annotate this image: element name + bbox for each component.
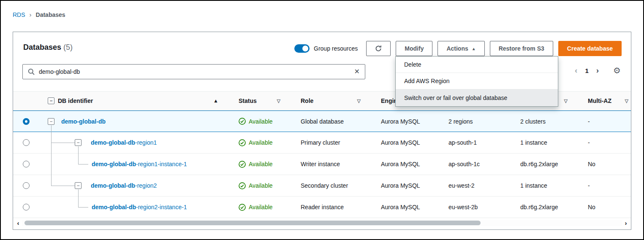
- row-radio[interactable]: [23, 139, 30, 146]
- page-title: Databases(5): [23, 43, 73, 52]
- size-cell: 2 clusters: [512, 118, 579, 125]
- page-number[interactable]: 1: [585, 67, 588, 74]
- collapse-toggle[interactable]: −: [75, 182, 82, 189]
- sort-icon[interactable]: ▽: [277, 98, 280, 104]
- tree-connector: [51, 125, 52, 132]
- role-cell: Writer instance: [292, 161, 372, 167]
- status-column-header[interactable]: Status ▽: [230, 97, 292, 104]
- menu-item-add-aws-region[interactable]: Add AWS Region: [396, 73, 558, 89]
- status-header-label: Status: [239, 97, 257, 104]
- role-cell: Secondary cluster: [292, 182, 372, 189]
- databases-panel: Databases(5) Group resources Modify Acti…: [13, 32, 631, 230]
- db-identifier-link[interactable]: demo-global-db: [61, 118, 106, 125]
- engine-cell: Aurora MySQL: [372, 204, 440, 210]
- size-cell: db.r6g.2xlarge: [512, 204, 579, 210]
- db-identifier-link[interactable]: demo-global-db-region2-instance-1: [92, 204, 187, 210]
- previous-page-icon[interactable]: ‹: [575, 66, 577, 75]
- search-icon: [28, 68, 35, 75]
- role-column-header[interactable]: Role ▽: [292, 97, 372, 104]
- actions-button[interactable]: Actions ▲: [437, 41, 484, 56]
- db-identifier-link[interactable]: demo-global-db-region1-instance-1: [92, 161, 187, 167]
- caret-up-icon: ▲: [472, 46, 476, 51]
- row-radio[interactable]: [23, 204, 30, 210]
- refresh-button[interactable]: [366, 41, 391, 56]
- header-controls: Group resources Modify Actions ▲ Restore…: [294, 41, 622, 56]
- multi-az-cell: -: [579, 182, 631, 189]
- region-cell: 2 regions: [440, 118, 512, 125]
- status-cell: Available: [230, 182, 292, 189]
- table-row[interactable]: demo-global-db-region2-instance-1 Availa…: [13, 197, 631, 218]
- sort-ascending-icon[interactable]: ▲: [213, 98, 218, 104]
- breadcrumb-rds-link[interactable]: RDS: [13, 11, 25, 18]
- search-box: ✕: [22, 64, 365, 79]
- db-identifier-match: demo-global-db: [91, 139, 135, 146]
- region-cell: ap-south-1c: [440, 161, 512, 167]
- db-identifier-match: demo-global-db: [91, 182, 135, 189]
- db-identifier-link[interactable]: demo-global-db-region1: [91, 139, 157, 146]
- refresh-icon: [375, 45, 382, 52]
- table-body: − demo-global-db Available Global databa…: [13, 111, 631, 218]
- db-identifier-match: demo-global-db: [92, 204, 136, 210]
- menu-item-switch-over-failover[interactable]: Switch over or fail over global database: [396, 89, 558, 106]
- restore-from-s3-button[interactable]: Restore from S3: [490, 41, 553, 56]
- actions-button-label: Actions: [446, 45, 468, 52]
- size-cell: 1 instance: [512, 139, 579, 146]
- group-resources-toggle[interactable]: [294, 44, 310, 53]
- table-row[interactable]: − demo-global-db-region1 Available Prima…: [13, 132, 631, 154]
- toggle-knob: [302, 46, 308, 51]
- row-radio[interactable]: [23, 161, 30, 167]
- role-cell: Reader instance: [292, 204, 372, 210]
- sort-icon[interactable]: ▽: [564, 98, 568, 104]
- tree-connector: [78, 146, 79, 154]
- db-identifier-link[interactable]: demo-global-db-region2: [91, 182, 157, 189]
- status-cell: Available: [230, 139, 292, 146]
- multi-az-header-label: Multi-AZ: [588, 97, 611, 104]
- modify-button[interactable]: Modify: [396, 41, 432, 56]
- db-identifier-match: demo-global-db: [92, 161, 136, 167]
- scrollbar-thumb[interactable]: [24, 221, 481, 225]
- size-cell: 1 instance: [512, 182, 579, 189]
- collapse-all-toggle[interactable]: −: [48, 97, 54, 104]
- breadcrumb-separator-icon: ›: [30, 11, 32, 18]
- table-row[interactable]: − demo-global-db Available Global databa…: [13, 111, 631, 132]
- collapse-toggle[interactable]: −: [75, 139, 82, 146]
- available-check-icon: [239, 204, 246, 211]
- multi-az-column-header[interactable]: Multi-AZ ▽: [579, 97, 631, 104]
- scrollbar-track[interactable]: [22, 220, 622, 226]
- create-database-button[interactable]: Create database: [558, 41, 622, 56]
- status-text: Available: [249, 139, 273, 146]
- sort-icon[interactable]: ▽: [625, 98, 628, 104]
- settings-gear-icon[interactable]: ⚙: [613, 66, 621, 75]
- db-identifier-rest: -region1-instance-1: [136, 161, 187, 167]
- role-header-label: Role: [301, 97, 313, 104]
- table-row[interactable]: − demo-global-db-region2 Available Secon…: [13, 175, 631, 197]
- collapse-toggle[interactable]: −: [48, 118, 54, 125]
- region-cell: eu-west-2b: [440, 204, 512, 210]
- scroll-right-icon[interactable]: ›: [622, 220, 630, 226]
- scroll-left-icon[interactable]: ‹: [14, 220, 22, 226]
- pagination: ‹ 1 › ⚙: [575, 66, 621, 75]
- breadcrumb-current: Databases: [36, 11, 65, 18]
- available-check-icon: [239, 182, 246, 189]
- engine-cell: Aurora MySQL: [372, 118, 440, 125]
- table-row[interactable]: demo-global-db-region1-instance-1 Availa…: [13, 154, 631, 175]
- clear-search-icon[interactable]: ✕: [354, 68, 360, 75]
- search-input[interactable]: [39, 68, 350, 75]
- multi-az-cell: No: [579, 204, 631, 210]
- row-radio[interactable]: [23, 182, 30, 189]
- db-identifier-column-header[interactable]: − DB identifier ▲: [40, 97, 230, 104]
- row-radio[interactable]: [23, 118, 30, 125]
- db-identifier-header-label: DB identifier: [58, 97, 93, 104]
- status-cell: Available: [230, 204, 292, 211]
- tree-connector: [78, 189, 79, 197]
- sort-icon[interactable]: ▽: [357, 98, 361, 104]
- next-page-icon[interactable]: ›: [596, 66, 599, 75]
- engine-cell: Aurora MySQL: [372, 161, 440, 167]
- page-title-text: Databases: [23, 43, 61, 51]
- multi-az-cell: -: [579, 139, 631, 146]
- db-identifier-rest: -region2-instance-1: [136, 204, 187, 210]
- group-resources-label: Group resources: [314, 45, 358, 52]
- resource-count: (5): [63, 43, 73, 51]
- horizontal-scrollbar: ‹ ›: [14, 219, 630, 227]
- menu-item-delete[interactable]: Delete: [396, 57, 558, 73]
